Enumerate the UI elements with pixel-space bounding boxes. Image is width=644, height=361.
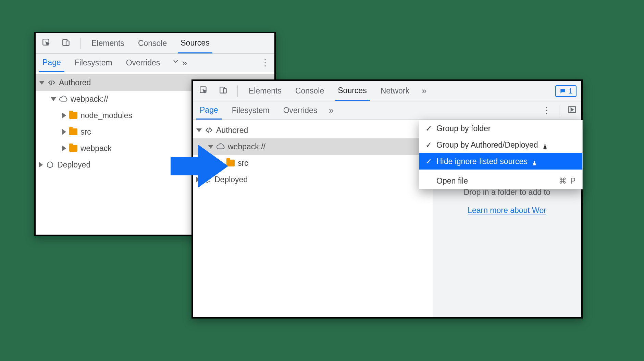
issues-badge[interactable]: 1 xyxy=(555,85,577,97)
subtab-filesystem[interactable]: Filesystem xyxy=(71,54,116,72)
check-icon: ✓ xyxy=(425,140,432,150)
tab-sources[interactable]: Sources xyxy=(178,33,212,53)
sources-subtabs: Page Filesystem Overrides » ⋮ xyxy=(193,101,581,120)
svg-rect-5 xyxy=(223,88,226,93)
badge-count: 1 xyxy=(568,87,572,96)
menu-item-hide-ignored[interactable]: ✓ Hide ignore-listed sources xyxy=(419,153,582,170)
tree-label: src xyxy=(238,159,248,168)
tab-network[interactable]: Network xyxy=(378,81,412,101)
tree-label: webpack xyxy=(80,144,112,153)
subtab-overrides[interactable]: Overrides xyxy=(280,101,321,120)
check-icon: ✓ xyxy=(425,124,432,133)
menu-separator xyxy=(419,171,582,171)
check-icon: ✓ xyxy=(425,157,432,166)
menu-label: Open file xyxy=(436,176,468,186)
chevron-right-icon xyxy=(62,113,66,118)
learn-more-link[interactable]: Learn more about Wor xyxy=(468,206,546,215)
tab-console[interactable]: Console xyxy=(135,33,170,53)
menu-item-group-folder[interactable]: ✓ Group by folder xyxy=(419,120,582,137)
code-icon xyxy=(205,126,213,135)
chevron-down-icon xyxy=(39,81,45,85)
tree-label: webpack:// xyxy=(71,95,108,104)
chevron-down-icon xyxy=(196,128,202,132)
sources-subtabs: Page Filesystem Overrides » ⋮ xyxy=(36,54,274,72)
main-tabstrip: Elements Console Sources xyxy=(36,33,274,54)
flask-icon xyxy=(532,159,537,164)
flask-icon xyxy=(542,142,548,148)
context-menu: ✓ Group by folder ✓ Group by Authored/De… xyxy=(419,120,583,189)
tree-label: Authored xyxy=(59,78,91,87)
tree-label: webpack:// xyxy=(228,142,265,151)
menu-item-group-authored[interactable]: ✓ Group by Authored/Deployed xyxy=(419,137,582,153)
inspect-icon[interactable] xyxy=(40,37,52,50)
menu-label: Group by Authored/Deployed xyxy=(436,140,538,150)
folder-icon xyxy=(69,127,78,136)
more-tabs-icon[interactable]: » xyxy=(170,56,188,70)
devtools-panel-after: Elements Console Sources Network » 1 Pag… xyxy=(191,79,583,319)
show-navigator-icon[interactable] xyxy=(566,104,578,117)
kebab-menu-icon[interactable]: ⋮ xyxy=(541,104,552,117)
subtab-page[interactable]: Page xyxy=(39,54,64,72)
svg-rect-2 xyxy=(66,41,69,45)
tree-label: src xyxy=(80,127,91,137)
more-tabs-icon[interactable]: » xyxy=(327,104,335,117)
device-toggle-icon[interactable] xyxy=(60,37,72,50)
main-tabstrip: Elements Console Sources Network » 1 xyxy=(193,81,581,101)
tab-sources[interactable]: Sources xyxy=(335,81,369,101)
divider xyxy=(237,85,238,97)
tab-elements[interactable]: Elements xyxy=(246,81,284,101)
chevron-right-icon xyxy=(62,146,66,151)
folder-icon xyxy=(69,144,78,153)
chevron-right-icon xyxy=(39,162,43,167)
tree-label: Authored xyxy=(216,126,248,135)
chevron-down-icon xyxy=(51,97,56,101)
divider xyxy=(559,105,559,116)
box-icon xyxy=(46,160,54,169)
more-tabs-icon[interactable]: » xyxy=(420,84,428,98)
subtab-overrides[interactable]: Overrides xyxy=(123,54,164,72)
menu-label: Hide ignore-listed sources xyxy=(436,157,528,166)
subtab-page[interactable]: Page xyxy=(196,101,222,120)
device-toggle-icon[interactable] xyxy=(218,84,229,98)
subtab-filesystem[interactable]: Filesystem xyxy=(228,101,273,120)
divider xyxy=(80,38,80,49)
menu-item-open-file[interactable]: Open file ⌘ P xyxy=(419,173,582,189)
code-icon xyxy=(47,78,56,87)
menu-label: Group by folder xyxy=(436,124,491,133)
tab-console[interactable]: Console xyxy=(293,81,327,101)
arrow-icon xyxy=(171,144,229,188)
tree-label: node_modules xyxy=(80,111,132,120)
chevron-right-icon xyxy=(62,129,66,135)
tree-item-authored[interactable]: Authored xyxy=(193,122,419,138)
shortcut-label: ⌘ P xyxy=(559,176,576,186)
folder-icon xyxy=(69,111,78,120)
tab-elements[interactable]: Elements xyxy=(89,33,127,53)
cloud-icon xyxy=(59,95,68,103)
inspect-icon[interactable] xyxy=(198,84,209,98)
kebab-menu-icon[interactable]: ⋮ xyxy=(259,56,271,70)
tree-label: Deployed xyxy=(57,160,90,170)
